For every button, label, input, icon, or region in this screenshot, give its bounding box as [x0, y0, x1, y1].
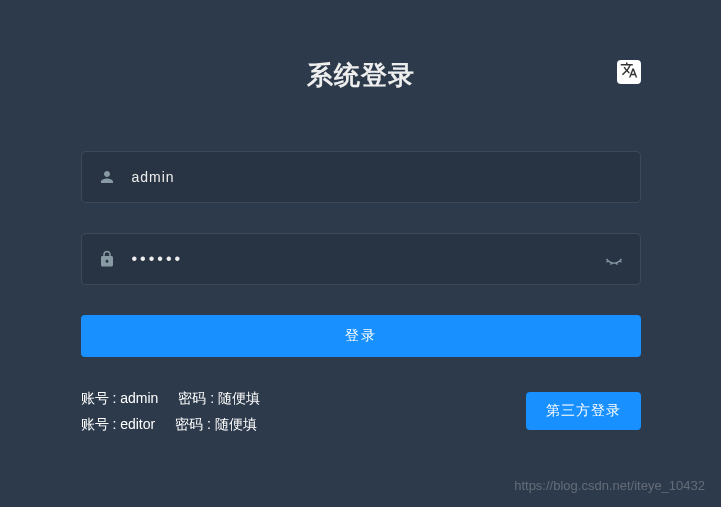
hint-account-2: 账号 : editor	[81, 411, 156, 437]
hint-account-1: 账号 : admin	[81, 385, 159, 411]
hint-password-2: 密码 : 随便填	[175, 411, 257, 437]
watermark-text: https://blog.csdn.net/iteye_10432	[514, 478, 705, 493]
hint-password-1: 密码 : 随便填	[178, 385, 260, 411]
third-party-login-button[interactable]: 第三方登录	[526, 392, 641, 430]
user-icon	[98, 168, 116, 186]
hint-row: 账号 : editor 密码 : 随便填	[81, 411, 260, 437]
page-title: 系统登录	[81, 58, 641, 93]
login-footer: 账号 : admin 密码 : 随便填 账号 : editor 密码 : 随便填…	[81, 385, 641, 437]
credential-hints: 账号 : admin 密码 : 随便填 账号 : editor 密码 : 随便填	[81, 385, 260, 437]
login-button[interactable]: 登录	[81, 315, 641, 357]
lock-icon	[98, 250, 116, 268]
svg-line-1	[610, 263, 611, 265]
svg-line-3	[619, 261, 621, 263]
username-input-wrapper	[81, 151, 641, 203]
password-input-wrapper	[81, 233, 641, 285]
language-switch-button[interactable]	[617, 60, 641, 84]
login-container: 系统登录 登录 账号 : admin 密码 : 随便填 账号 :	[81, 0, 641, 437]
login-header: 系统登录	[81, 58, 641, 93]
password-input[interactable]	[132, 250, 604, 268]
username-input[interactable]	[132, 169, 624, 185]
translate-icon	[620, 61, 638, 83]
eye-closed-icon[interactable]	[604, 249, 624, 269]
svg-line-2	[616, 263, 617, 265]
svg-line-0	[606, 261, 608, 263]
hint-row: 账号 : admin 密码 : 随便填	[81, 385, 260, 411]
